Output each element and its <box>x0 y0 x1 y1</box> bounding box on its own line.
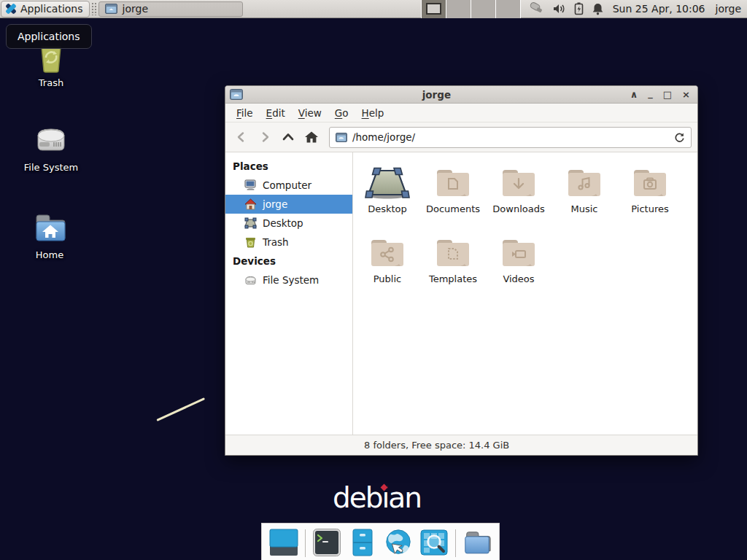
workspace-2[interactable] <box>446 0 471 18</box>
file-item-pictures[interactable]: Pictures <box>617 161 683 231</box>
up-icon <box>282 131 295 143</box>
applications-tooltip: Applications <box>6 24 92 49</box>
xfce-logo-icon <box>5 3 17 15</box>
panel-username[interactable]: jorge <box>716 3 741 15</box>
path-text[interactable]: /home/jorge/ <box>352 131 669 143</box>
file-item-label: Music <box>571 203 598 214</box>
debian-wordmark: debian <box>333 481 421 514</box>
sidebar: Places Computer jorge <box>225 152 353 435</box>
folder-icon <box>105 4 117 14</box>
web-browser-button[interactable] <box>384 528 413 557</box>
maximize-button[interactable]: □ <box>663 86 672 104</box>
path-bar[interactable]: /home/jorge/ <box>329 127 692 148</box>
back-button[interactable] <box>231 127 252 147</box>
sidebar-item-desktop[interactable]: Desktop <box>225 214 352 233</box>
file-view[interactable]: Desktop Documents <box>353 152 697 435</box>
folder-public-icon <box>369 236 406 271</box>
panel-handle[interactable] <box>91 2 97 15</box>
sidebar-item-trash[interactable]: Trash <box>225 233 352 252</box>
desktop-icon-label: File System <box>24 162 78 173</box>
folder-music-icon <box>566 166 603 201</box>
minimize-button[interactable]: _ <box>648 85 653 102</box>
file-item-label: Pictures <box>631 203 668 214</box>
forward-icon <box>259 131 271 143</box>
workspace-3[interactable] <box>471 0 496 18</box>
battery-charging-icon[interactable] <box>574 2 584 15</box>
bottom-dock <box>261 523 500 560</box>
show-desktop-button[interactable] <box>269 528 298 557</box>
file-item-desktop[interactable]: Desktop <box>355 161 420 231</box>
trash-icon <box>244 236 257 248</box>
sidebar-item-file-system[interactable]: File System <box>225 271 352 289</box>
file-item-templates[interactable]: Templates <box>420 231 486 301</box>
taskbar-window-button[interactable]: jorge <box>98 1 243 17</box>
workspace-switcher <box>421 0 521 18</box>
menubar: File Edit View Go Help <box>225 104 697 122</box>
close-button[interactable]: × <box>682 86 690 104</box>
panel-clock[interactable]: Sun 25 Apr, 10:06 <box>613 3 705 15</box>
file-cabinet-icon <box>348 528 377 557</box>
volume-icon[interactable] <box>552 3 566 15</box>
file-item-music[interactable]: Music <box>551 161 617 231</box>
show-desktop-icon <box>269 528 298 557</box>
terminal-icon <box>312 528 341 557</box>
file-item-label: Downloads <box>492 203 544 214</box>
harddrive-icon <box>34 124 69 158</box>
sidebar-item-label: File System <box>263 274 319 286</box>
desktop-icon-home[interactable]: Home <box>9 211 90 260</box>
window-folder-icon <box>230 89 243 100</box>
workspace-1[interactable] <box>422 0 446 18</box>
menu-edit[interactable]: Edit <box>260 105 292 121</box>
applications-menu-button[interactable]: Applications <box>1 1 90 18</box>
file-item-downloads[interactable]: Downloads <box>486 161 551 231</box>
menu-view[interactable]: View <box>292 105 328 121</box>
file-item-label: Public <box>374 273 401 284</box>
menu-file[interactable]: File <box>230 105 260 121</box>
folder-videos-icon <box>500 236 537 271</box>
up-button[interactable] <box>278 127 298 147</box>
web-browser-globe-icon <box>384 528 413 557</box>
back-icon <box>236 131 247 143</box>
file-item-videos[interactable]: Videos <box>486 231 551 301</box>
sidebar-header-places: Places <box>225 157 352 176</box>
file-cabinet-button[interactable] <box>348 528 377 557</box>
sidebar-item-label: Desktop <box>263 217 303 229</box>
window-title: jorge <box>243 89 630 101</box>
sidebar-item-jorge[interactable]: jorge <box>225 195 352 214</box>
folder-downloads-icon <box>500 166 537 201</box>
menu-help[interactable]: Help <box>355 105 391 121</box>
reload-icon[interactable] <box>674 132 685 143</box>
desktop-icon-file-system[interactable]: File System <box>10 124 92 173</box>
app-finder-icon <box>419 528 449 557</box>
forward-button[interactable] <box>255 127 275 147</box>
file-item-public[interactable]: Public <box>355 231 420 301</box>
desktop-icon-label: Trash <box>39 77 63 88</box>
workspace-4[interactable] <box>496 0 521 18</box>
file-item-documents[interactable]: Documents <box>420 161 486 231</box>
file-manager-button[interactable] <box>462 528 492 557</box>
window-titlebar[interactable]: jorge ∧ _ □ × <box>225 86 697 104</box>
harddrive-icon <box>244 274 257 286</box>
sidebar-item-label: jorge <box>263 198 287 210</box>
home-icon <box>244 198 257 210</box>
file-item-label: Desktop <box>368 203 407 214</box>
desktop-special-icon <box>365 166 410 201</box>
computer-icon <box>244 179 257 191</box>
sidebar-header-devices: Devices <box>225 252 352 271</box>
dock-separator <box>455 529 456 557</box>
sidebar-item-label: Computer <box>263 179 311 191</box>
toolbar: /home/jorge/ <box>225 122 697 152</box>
statusbar: 8 folders, Free space: 14.4 GiB <box>225 435 697 455</box>
terminal-button[interactable] <box>312 528 341 557</box>
file-item-label: Documents <box>426 203 480 214</box>
notifications-bell-icon[interactable] <box>592 2 604 15</box>
sidebar-item-computer[interactable]: Computer <box>225 176 352 195</box>
menu-go[interactable]: Go <box>328 105 355 121</box>
taskbar-window-label: jorge <box>123 3 148 15</box>
peripheral-icon[interactable] <box>528 2 544 15</box>
app-finder-button[interactable] <box>419 528 449 557</box>
path-folder-icon <box>336 133 347 142</box>
home-button[interactable] <box>301 127 322 147</box>
applications-menu-label: Applications <box>20 3 83 15</box>
shade-button[interactable]: ∧ <box>630 86 638 104</box>
